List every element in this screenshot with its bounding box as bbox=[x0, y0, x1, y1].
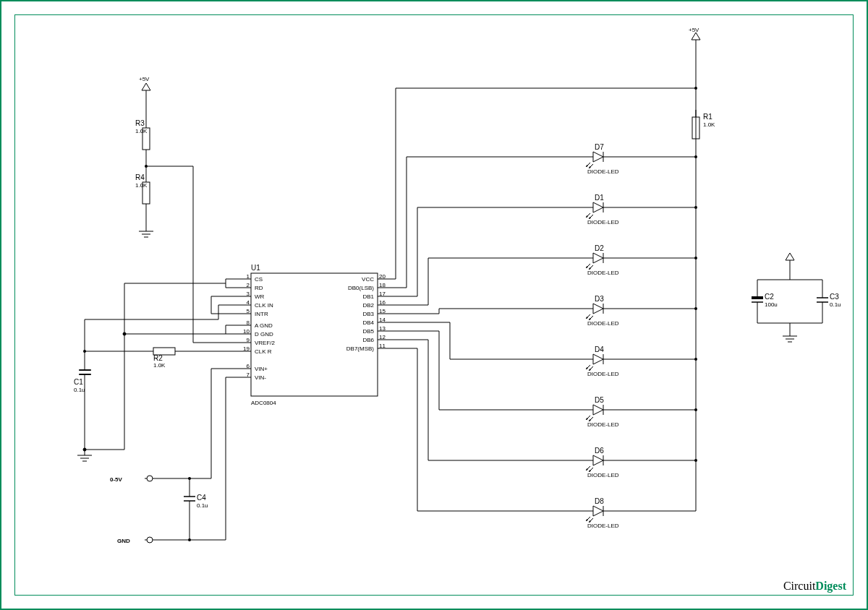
c2-ref: C2 bbox=[765, 293, 774, 301]
clock-net: R2 1.0K C1 0.1u bbox=[74, 305, 237, 461]
svg-text:D6: D6 bbox=[595, 447, 604, 455]
svg-text:D2: D2 bbox=[595, 244, 604, 252]
decoupling: C2 100u C3 0.1u bbox=[752, 253, 841, 342]
pin-db1: DB1 bbox=[362, 293, 374, 300]
r4-ref: R4 bbox=[135, 173, 145, 181]
svg-text:D7: D7 bbox=[595, 143, 604, 151]
svg-text:DIODE-LED: DIODE-LED bbox=[587, 421, 619, 428]
svg-text:1.0K: 1.0K bbox=[153, 362, 166, 369]
svg-text:+5V: +5V bbox=[689, 27, 699, 33]
led-d5: D5 DIODE-LED bbox=[392, 331, 697, 428]
svg-text:DIODE-LED: DIODE-LED bbox=[587, 168, 619, 175]
led-d2: D2 DIODE-LED bbox=[392, 244, 697, 305]
r2-ref: R2 bbox=[153, 354, 163, 362]
pin-db5: DB5 bbox=[362, 328, 374, 335]
svg-text:0.1u: 0.1u bbox=[830, 301, 841, 308]
term-gnd: GND bbox=[117, 538, 130, 544]
led-d6: D6 DIODE-LED bbox=[392, 340, 697, 478]
pin-vinp: VIN+ bbox=[255, 366, 268, 372]
svg-text:D1: D1 bbox=[595, 194, 604, 202]
pin-vcc: VCC bbox=[362, 276, 374, 283]
c3-ref: C3 bbox=[830, 293, 839, 301]
pin-db0: DB0(LSB) bbox=[348, 285, 374, 291]
svg-text:D8: D8 bbox=[595, 497, 604, 505]
svg-text:DIODE-LED: DIODE-LED bbox=[587, 371, 619, 377]
svg-text:DIODE-LED: DIODE-LED bbox=[587, 523, 619, 529]
led-d4: D4 DIODE-LED bbox=[392, 322, 697, 377]
svg-text:+5V: +5V bbox=[139, 76, 150, 82]
svg-text:0.1u: 0.1u bbox=[74, 387, 85, 393]
pin-vref: VREF/2 bbox=[255, 340, 276, 346]
svg-text:DIODE-LED: DIODE-LED bbox=[587, 320, 619, 327]
svg-text:100u: 100u bbox=[765, 301, 778, 308]
led-d8: D8 DIODE-LED bbox=[392, 348, 696, 529]
svg-text:DIODE-LED: DIODE-LED bbox=[587, 270, 619, 276]
c1-ref: C1 bbox=[74, 378, 83, 386]
led-bank: D7 DIODE-LED D1 DIODE-LED bbox=[392, 143, 697, 529]
schematic-svg: U1 ADC0804 CS RD WR CLK IN INTR A GND D … bbox=[1, 1, 868, 610]
schematic-frame: U1 ADC0804 CS RD WR CLK IN INTR A GND D … bbox=[0, 0, 868, 610]
svg-text:D5: D5 bbox=[595, 396, 604, 404]
svg-text:DIODE-LED: DIODE-LED bbox=[587, 472, 619, 478]
u1-ref: U1 bbox=[251, 264, 260, 272]
r3-ref: R3 bbox=[135, 119, 145, 127]
pin-intr: INTR bbox=[255, 311, 268, 317]
pin-db6: DB6 bbox=[362, 337, 374, 343]
svg-text:DIODE-LED: DIODE-LED bbox=[587, 219, 619, 225]
svg-text:1.0K: 1.0K bbox=[135, 128, 148, 134]
svg-text:1.0K: 1.0K bbox=[135, 182, 148, 189]
pin-db2: DB2 bbox=[362, 302, 374, 309]
pin-db7: DB7(MSB) bbox=[346, 345, 375, 352]
pin-dgnd: D GND bbox=[255, 331, 273, 338]
svg-text:D3: D3 bbox=[595, 295, 604, 303]
pin-db4: DB4 bbox=[362, 319, 374, 326]
svg-text:D4: D4 bbox=[595, 345, 604, 353]
c4-ref: C4 bbox=[197, 494, 206, 502]
pin-rd: RD bbox=[255, 285, 263, 291]
led-d7: D7 DIODE-LED bbox=[392, 143, 697, 288]
vcc-bus: +5V R1 1.0K bbox=[392, 27, 715, 511]
r1-ref: R1 bbox=[703, 113, 712, 121]
ic-u1: U1 ADC0804 CS RD WR CLK IN INTR A GND D … bbox=[237, 264, 392, 406]
pin-wr: WR bbox=[255, 293, 265, 300]
pin-cs: CS bbox=[255, 276, 263, 283]
led-d3: D3 DIODE-LED bbox=[392, 295, 697, 327]
pin-clkin: CLK IN bbox=[255, 302, 273, 309]
led-d1: D1 DIODE-LED bbox=[392, 194, 697, 296]
pin-clkr: CLK R bbox=[255, 348, 272, 355]
input-terminals: 0-5V GND C4 0.1u bbox=[110, 369, 237, 544]
pin-vinn: VIN- bbox=[255, 374, 266, 381]
pin-agnd: A GND bbox=[255, 322, 273, 329]
vref-divider: +5V R3 1.0K R4 1.0K bbox=[135, 76, 237, 343]
term-0-5v: 0-5V bbox=[110, 476, 123, 483]
pin-db3: DB3 bbox=[362, 311, 374, 317]
watermark: CircuitDigest bbox=[783, 580, 846, 593]
u1-part: ADC0804 bbox=[251, 400, 276, 406]
svg-text:0.1u: 0.1u bbox=[197, 502, 208, 509]
svg-text:1.0K: 1.0K bbox=[703, 121, 715, 128]
